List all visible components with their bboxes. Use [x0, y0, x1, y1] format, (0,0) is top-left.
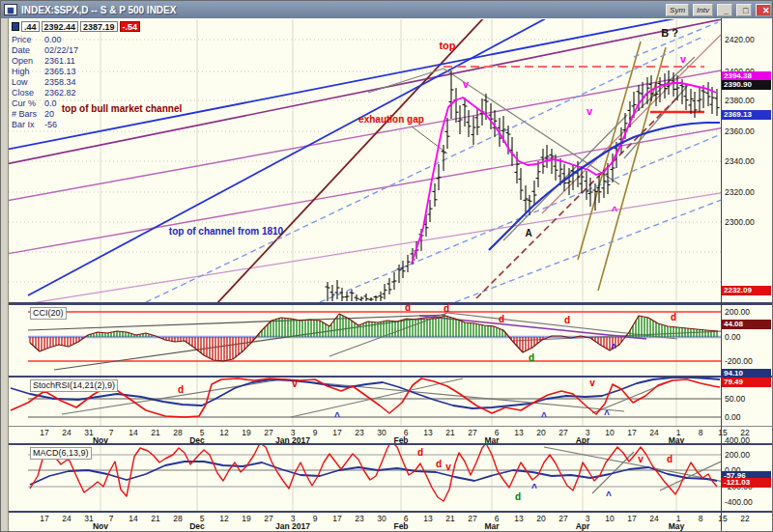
quote-field-price: Price0.00 [12, 35, 140, 45]
macd-annotation-d: d [667, 454, 673, 464]
date-tick: 13 [514, 514, 523, 523]
cci-annotation-d: d [671, 312, 676, 322]
cci-annotation--: ^ [611, 343, 616, 353]
main-annotation--: ^ [612, 205, 617, 216]
macd-panel[interactable] [1, 445, 773, 511]
date-tick: 12 [219, 514, 228, 523]
intv-button[interactable]: Intv [693, 4, 713, 16]
date-tick: 21 [151, 428, 159, 437]
date-tick: 24 [649, 428, 658, 437]
quote-color-swatch [12, 22, 19, 31]
quote-field-value: 02/22/17 [44, 45, 78, 55]
date-tick: 9 [313, 514, 318, 523]
date-tick: 19 [242, 514, 250, 523]
quote-change: .44 [21, 21, 40, 32]
quote-field-value: 20 [44, 109, 54, 119]
app-icon: ▦ [4, 4, 17, 15]
date-tick: 12 [219, 428, 228, 437]
macd-axis-tick: 400.00 [725, 435, 750, 445]
stoch-annotation-v: v [292, 378, 298, 389]
quote-net-change: -.54 [120, 21, 141, 32]
price-axis-tick: 2300.00 [725, 217, 755, 227]
minimize-button[interactable]: _ [717, 4, 732, 16]
macd-label: MACD(6,13,9) [30, 447, 92, 460]
macd-annotation--: ^ [606, 490, 612, 501]
separator [1, 302, 773, 305]
date-tick: 17 [40, 514, 48, 523]
macd-annotation--: ^ [531, 483, 537, 493]
titlebar: ▦ INDEX:$SPX,D -- S & P 500 INDEX Sym In… [1, 1, 773, 18]
month-label: Nov [93, 521, 108, 531]
cci-annotation-d: d [499, 314, 504, 324]
price-axis-value-badge: 2390.90 [722, 80, 771, 90]
month-label: Dec [189, 521, 205, 531]
window-title: INDEX:$SPX,D -- S & P 500 INDEX [21, 5, 662, 15]
separator [1, 511, 773, 513]
main-annotation-top-of-channel-from-1810: top of channel from 1810 [169, 226, 283, 237]
month-label: Jan 2017 [275, 521, 310, 531]
macd-annotation-d: d [417, 447, 423, 458]
separator [1, 443, 773, 445]
quote-panel: .44 2392.44 2387.19 -.54 Price0.00Date02… [12, 21, 140, 130]
date-tick: 20 [536, 428, 545, 437]
cci-annotation-d: d [444, 303, 449, 314]
close-button[interactable]: ✕ [756, 4, 771, 16]
cci-axis-tick: -200.00 [725, 356, 753, 366]
date-tick: 21 [445, 428, 454, 437]
date-tick: 8 [699, 428, 703, 437]
date-tick: 7 [109, 514, 114, 523]
date-tick: 15 [718, 514, 727, 523]
main-annotation-top: top [439, 40, 455, 51]
date-tick: 17 [627, 514, 636, 523]
stoch-annotation--: ^ [334, 411, 340, 422]
cci-panel[interactable] [1, 305, 773, 376]
separator [1, 426, 773, 427]
quote-field-close: Close2362.82 [12, 88, 140, 98]
quote-field-date: Date02/22/17 [12, 45, 140, 56]
quote-field-low: Low2358.34 [12, 77, 140, 88]
cci-annotation-d: d [564, 315, 570, 325]
stoch-axis-value-badge: 79.49 [722, 378, 771, 387]
cci-axis-tick: 0.00 [725, 332, 741, 342]
stoch-axis-tick: 50.00 [725, 394, 745, 404]
date-tick: 22 [740, 514, 749, 523]
date-tick: 17 [332, 514, 341, 523]
quote-field-label: Close [12, 88, 44, 98]
chart-app-window: ▦ INDEX:$SPX,D -- S & P 500 INDEX Sym In… [0, 0, 773, 532]
price-axis-value-badge: 2232.09 [722, 286, 771, 295]
maximize-button[interactable]: □ [736, 4, 752, 16]
quote-field-bar-ix: Bar Ix-56 [12, 120, 140, 130]
date-tick: 23 [355, 514, 363, 523]
separator [1, 376, 773, 378]
quote-field-label: Open [12, 56, 44, 67]
macd-axis-value-badge: -121.03 [722, 478, 771, 488]
price-axis-tick: 2320.00 [725, 187, 755, 197]
date-tick: 10 [605, 428, 614, 437]
date-tick: 28 [173, 428, 182, 437]
date-tick: 13 [423, 514, 432, 523]
macd-annotation-d: d [515, 491, 521, 502]
date-tick: 13 [423, 428, 432, 437]
date-tick: 28 [173, 514, 182, 523]
main-annotation-a: A [525, 228, 531, 238]
date-tick: 13 [514, 428, 523, 437]
date-tick: 10 [605, 514, 614, 523]
month-label: Apr [576, 521, 590, 531]
quote-field-value: 2358.34 [44, 77, 76, 87]
quote-field-label: Cur % [12, 98, 44, 109]
macd-annotation-d: d [436, 459, 442, 469]
stoch-axis-tick: 0.00 [725, 412, 741, 422]
sym-button[interactable]: Sym [666, 4, 689, 16]
date-tick: 7 [109, 428, 114, 437]
date-tick: 24 [649, 514, 658, 523]
date-tick: 21 [445, 514, 454, 523]
quote-field-value: 2365.13 [44, 67, 76, 76]
date-tick: 14 [129, 428, 137, 437]
stoch-annotation--: ^ [604, 409, 610, 420]
date-tick: 27 [264, 428, 272, 437]
date-tick: 24 [62, 514, 71, 523]
cci-annotation-d: d [529, 352, 534, 363]
main-annotation-v: v [587, 105, 592, 117]
x-axis-upper: 1724317142128512192739172330613212761320… [1, 427, 773, 444]
date-tick: 27 [468, 514, 476, 523]
